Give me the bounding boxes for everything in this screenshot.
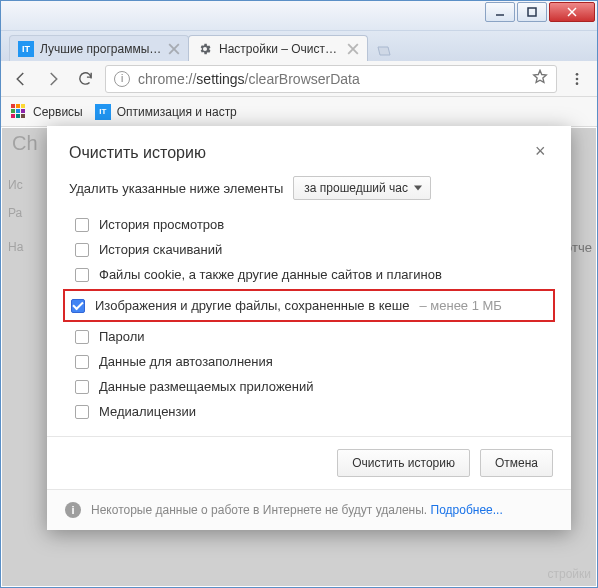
option-label: Изображения и другие файлы, сохраненные … <box>95 298 409 313</box>
svg-rect-1 <box>528 8 536 16</box>
dialog-buttons: Очистить историю Отмена <box>47 436 571 489</box>
apps-shortcut[interactable]: Сервисы <box>11 104 83 120</box>
svg-point-10 <box>576 82 579 85</box>
window-maximize-button[interactable] <box>517 2 547 22</box>
tab-strip: IT Лучшие программы для Настройки – Очис… <box>1 31 597 61</box>
dialog-footer: i Некоторые данные о работе в Интернете … <box>47 489 571 530</box>
tab-inactive[interactable]: IT Лучшие программы для <box>9 35 189 61</box>
checkbox[interactable] <box>71 299 85 313</box>
clear-history-dialog: Очистить историю × Удалить указанные ниж… <box>47 126 571 530</box>
address-bar[interactable]: i chrome://settings/clearBrowserData <box>105 65 557 93</box>
apps-icon <box>11 104 27 120</box>
option-row[interactable]: Файлы cookie, а также другие данные сайт… <box>69 262 549 287</box>
option-label: История просмотров <box>99 217 224 232</box>
option-label: Данные размещаемых приложений <box>99 379 314 394</box>
footer-text: Некоторые данные о работе в Интернете не… <box>91 503 503 517</box>
info-icon: i <box>65 502 81 518</box>
option-label: История скачиваний <box>99 242 222 257</box>
window-titlebar[interactable] <box>1 1 597 31</box>
site-info-icon[interactable]: i <box>114 71 130 87</box>
dropdown-value: за прошедший час <box>304 181 408 195</box>
browser-toolbar: i chrome://settings/clearBrowserData <box>1 61 597 97</box>
intro-row: Удалить указанные ниже элементы за проше… <box>69 176 549 200</box>
window-close-button[interactable] <box>549 2 595 22</box>
bookmark-label: Оптимизация и настр <box>117 105 237 119</box>
option-label: Медиалицензии <box>99 404 196 419</box>
option-row[interactable]: Медиалицензии <box>69 399 549 424</box>
checkbox[interactable] <box>75 355 89 369</box>
checkbox[interactable] <box>75 218 89 232</box>
cancel-button[interactable]: Отмена <box>480 449 553 477</box>
browser-menu-button[interactable] <box>565 67 589 91</box>
dialog-body: Удалить указанные ниже элементы за проше… <box>47 170 571 436</box>
checkbox[interactable] <box>75 330 89 344</box>
option-label: Файлы cookie, а также другие данные сайт… <box>99 267 442 282</box>
url-text: chrome://settings/clearBrowserData <box>138 71 524 87</box>
favicon-it-icon: IT <box>18 41 34 57</box>
background-text: стройки <box>548 567 592 581</box>
back-button[interactable] <box>9 67 33 91</box>
option-row[interactable]: Изображения и другие файлы, сохраненные … <box>65 293 547 318</box>
dialog-close-button[interactable]: × <box>535 144 549 158</box>
tab-active[interactable]: Настройки – Очистить и <box>188 35 368 61</box>
reload-button[interactable] <box>73 67 97 91</box>
time-range-dropdown[interactable]: за прошедший час <box>293 176 431 200</box>
option-row[interactable]: История скачиваний <box>69 237 549 262</box>
tab-close-icon[interactable] <box>168 43 180 55</box>
option-row[interactable]: История просмотров <box>69 212 549 237</box>
checkbox[interactable] <box>75 268 89 282</box>
dialog-title: Очистить историю <box>69 144 206 162</box>
option-label: Пароли <box>99 329 145 344</box>
tab-close-icon[interactable] <box>347 43 359 55</box>
favicon-gear-icon <box>197 41 213 57</box>
window-frame: IT Лучшие программы для Настройки – Очис… <box>0 0 598 588</box>
option-label: Данные для автозаполнения <box>99 354 273 369</box>
checkbox[interactable] <box>75 405 89 419</box>
option-row[interactable]: Пароли <box>69 324 549 349</box>
window-minimize-button[interactable] <box>485 2 515 22</box>
clear-history-button[interactable]: Очистить историю <box>337 449 470 477</box>
favicon-it-icon: IT <box>95 104 111 120</box>
svg-point-8 <box>576 73 579 76</box>
apps-label: Сервисы <box>33 105 83 119</box>
learn-more-link[interactable]: Подробнее... <box>431 503 503 517</box>
bookmark-star-icon[interactable] <box>532 69 548 88</box>
option-hint: – менее 1 МБ <box>419 298 501 313</box>
svg-point-9 <box>576 77 579 80</box>
options-list: История просмотровИстория скачиванийФайл… <box>69 212 549 424</box>
dialog-header: Очистить историю × <box>47 126 571 170</box>
option-row[interactable]: Данные для автозаполнения <box>69 349 549 374</box>
checkbox[interactable] <box>75 243 89 257</box>
bookmarks-bar: Сервисы IT Оптимизация и настр <box>1 97 597 127</box>
intro-text: Удалить указанные ниже элементы <box>69 181 283 196</box>
checkbox[interactable] <box>75 380 89 394</box>
bookmark-item[interactable]: IT Оптимизация и настр <box>95 104 237 120</box>
tab-title: Настройки – Очистить и <box>219 42 341 56</box>
option-row[interactable]: Данные размещаемых приложений <box>69 374 549 399</box>
forward-button[interactable] <box>41 67 65 91</box>
new-tab-button[interactable] <box>372 41 396 61</box>
highlighted-option: Изображения и другие файлы, сохраненные … <box>63 289 555 322</box>
tab-title: Лучшие программы для <box>40 42 162 56</box>
